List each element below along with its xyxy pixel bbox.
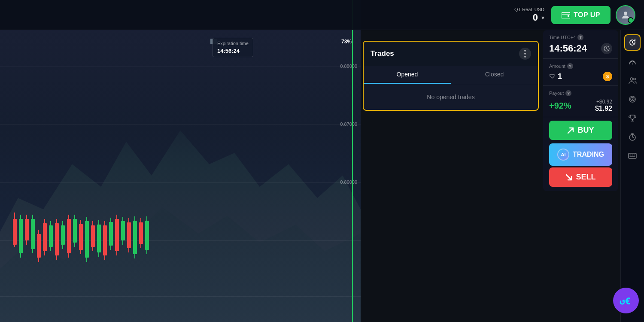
tab-opened[interactable]: Opened <box>364 66 451 84</box>
timer-icon-btn[interactable] <box>624 129 641 145</box>
svg-rect-1 <box>568 15 569 17</box>
balance-qt-label: QT Real <box>514 7 532 12</box>
right-sidebar <box>620 30 644 322</box>
amount-value: 1 <box>558 72 562 81</box>
expiry-label: Expiration time <box>217 41 249 46</box>
target-icon-btn[interactable] <box>624 91 641 107</box>
keyboard-icon-btn[interactable] <box>624 148 641 164</box>
target-icon <box>628 95 637 103</box>
topup-label: TOP UP <box>574 11 600 19</box>
grid-line-1 <box>0 67 361 67</box>
users-icon <box>628 76 637 85</box>
ai-label: TRADING <box>573 151 604 158</box>
svg-point-6 <box>634 78 635 80</box>
percentage-badge: 73% <box>341 39 352 45</box>
shield-icon: 🛡 <box>549 73 555 80</box>
no-trades-message: No opened trades <box>427 94 474 100</box>
payout-field: Payout ? +92% +$0.92 $1.92 <box>543 86 618 117</box>
header: QT Real USD 0 ▾ TOP UP <box>0 0 644 30</box>
svg-point-2 <box>624 12 627 15</box>
menu-dot-3 <box>524 56 526 58</box>
vertical-line <box>352 0 353 322</box>
trades-panel: Trades Opened Closed No opened trades <box>363 41 539 111</box>
tab-closed[interactable]: Closed <box>451 66 538 84</box>
trades-tabs: Opened Closed <box>364 66 538 84</box>
buy-button[interactable]: BUY <box>549 121 612 140</box>
trading-panel: Time UTC+4 ? 14:56:24 Amount ? 🛡 1 $ <box>543 30 618 191</box>
topup-button[interactable]: TOP UP <box>551 6 611 24</box>
amount-info-icon[interactable]: ? <box>567 63 573 69</box>
user-icon <box>620 10 631 20</box>
payout-value: $1.92 <box>595 105 612 112</box>
buy-arrow-icon <box>567 127 574 134</box>
balance-value: 0 <box>533 12 538 23</box>
signal-icon <box>628 57 637 66</box>
price-label-1: 0.88000 <box>340 64 357 69</box>
sell-label: SELL <box>576 173 595 182</box>
expiry-time: 14:56:24 <box>217 48 249 54</box>
trades-menu-icon[interactable] <box>519 48 531 60</box>
amount-value-group: 🛡 1 <box>549 72 562 81</box>
svg-point-9 <box>632 99 633 100</box>
sell-arrow-icon <box>565 174 572 181</box>
lc-logo-icon: ↺€ <box>618 292 634 309</box>
menu-dot-1 <box>524 50 526 52</box>
menu-dots <box>524 50 526 58</box>
history-icon <box>628 38 637 47</box>
keyboard-icon <box>628 153 637 159</box>
time-circle-btn[interactable] <box>601 43 612 54</box>
buy-label: BUY <box>577 126 594 135</box>
trophy-icon-btn[interactable] <box>624 110 641 126</box>
grid-line-2 <box>0 125 361 125</box>
expiry-popup: Expiration time 14:56:24 <box>213 38 253 57</box>
payout-info-icon[interactable]: ? <box>565 90 571 96</box>
price-label-3: 0.86000 <box>340 179 357 185</box>
timer-icon <box>628 133 637 141</box>
candles-area <box>13 176 167 296</box>
coin-icon[interactable]: $ <box>603 72 612 81</box>
chart-area: 0.88000 0.87000 0.86000 Expiration time … <box>0 0 361 322</box>
clock-icon <box>604 46 610 52</box>
bottom-logo[interactable]: ↺€ <box>613 288 639 313</box>
sell-button[interactable]: SELL <box>549 167 612 187</box>
avatar[interactable] <box>616 5 635 25</box>
trades-header: Trades <box>364 42 538 66</box>
grid-line-5 <box>0 296 361 297</box>
payout-percent: +92% <box>549 101 571 111</box>
ai-badge: AI <box>557 149 569 161</box>
payout-right: +$0.92 $1.92 <box>595 99 612 112</box>
balance-dropdown[interactable]: ▾ <box>541 14 544 21</box>
balance-label: QT Real USD <box>514 7 544 12</box>
payout-row: +92% +$0.92 $1.92 <box>549 99 612 112</box>
svg-rect-11 <box>629 153 636 158</box>
history-icon-btn[interactable] <box>624 34 641 51</box>
ai-trading-button[interactable]: AI TRADING <box>549 143 612 166</box>
amount-label: Amount ? <box>549 63 612 69</box>
time-label: Time UTC+4 ? <box>549 34 612 40</box>
payout-plus: +$0.92 <box>595 99 612 105</box>
menu-dot-2 <box>524 53 526 55</box>
svg-text:↺€: ↺€ <box>620 296 631 307</box>
time-field: Time UTC+4 ? 14:56:24 <box>543 30 618 59</box>
balance-currency-label: USD <box>535 7 544 12</box>
svg-point-5 <box>630 78 633 80</box>
time-value: 14:56:24 <box>549 43 587 54</box>
amount-row: 🛡 1 $ <box>549 72 612 81</box>
time-value-row: 14:56:24 <box>549 43 612 54</box>
trophy-icon <box>628 114 637 122</box>
time-info-icon[interactable]: ? <box>577 34 583 40</box>
trades-title: Trades <box>371 49 394 58</box>
svg-point-4 <box>632 64 633 64</box>
trades-body: No opened trades <box>364 84 538 110</box>
amount-field: Amount ? 🛡 1 $ <box>543 59 618 86</box>
balance-group: QT Real USD 0 ▾ <box>514 7 544 23</box>
payout-label: Payout ? <box>549 90 612 96</box>
signal-icon-btn[interactable] <box>624 53 641 70</box>
wallet-icon <box>562 12 570 18</box>
users-icon-btn[interactable] <box>624 72 641 88</box>
price-label-2: 0.87000 <box>340 122 357 127</box>
